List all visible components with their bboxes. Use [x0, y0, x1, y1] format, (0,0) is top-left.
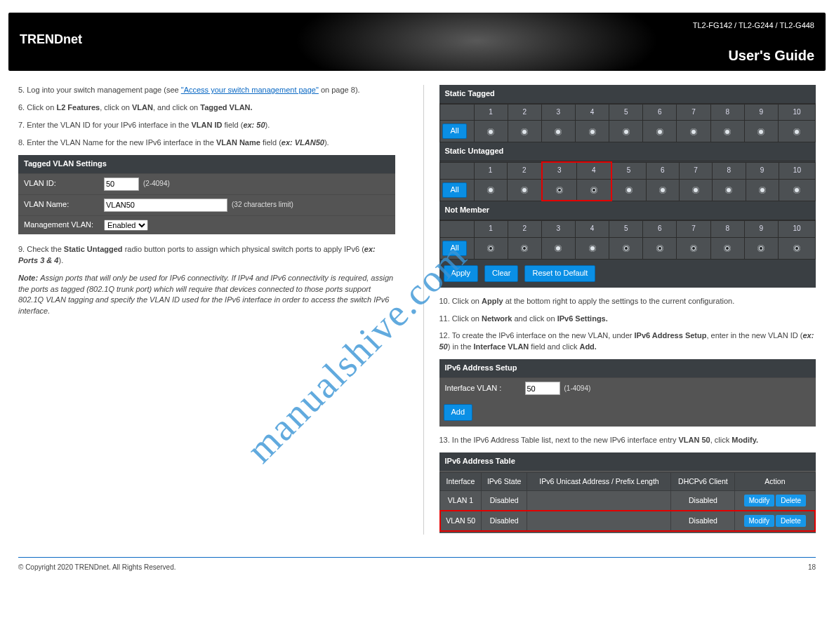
- port-radio[interactable]: [692, 187, 699, 194]
- port-header: 9: [746, 162, 779, 179]
- port-radio[interactable]: [757, 128, 764, 135]
- all-button[interactable]: All: [442, 182, 466, 198]
- ipv6-table-title: IPv6 Address Table: [439, 452, 816, 471]
- vlan-id-input[interactable]: [104, 177, 139, 191]
- guide-title: User's Guide: [728, 48, 814, 64]
- port-header: 7: [677, 104, 710, 121]
- vlan-name-label: VLAN Name:: [24, 199, 100, 210]
- table-cell: VLAN 1: [440, 491, 482, 511]
- port-radio[interactable]: [487, 245, 494, 252]
- port-header: 8: [713, 162, 746, 179]
- port-header: 7: [679, 162, 712, 179]
- all-button[interactable]: All: [442, 123, 466, 139]
- port-header: 3: [542, 162, 576, 179]
- table-cell: Disabled: [481, 491, 527, 511]
- port-radio[interactable]: [793, 245, 800, 252]
- vlan-name-hint: (32 characters limit): [232, 200, 293, 210]
- port-header: 8: [710, 104, 744, 121]
- column-header: Action: [735, 473, 815, 491]
- port-header: 10: [778, 221, 815, 238]
- port-radio[interactable]: [759, 187, 766, 194]
- port-header: 8: [710, 221, 744, 238]
- port-radio[interactable]: [589, 245, 596, 252]
- port-radio[interactable]: [521, 128, 528, 135]
- port-radio[interactable]: [724, 128, 731, 135]
- port-header: 4: [575, 221, 609, 238]
- access-page-link[interactable]: "Access your switch management page": [181, 86, 319, 94]
- port-radio[interactable]: [487, 128, 494, 135]
- vlan-name-input[interactable]: [104, 199, 227, 212]
- static-untagged-title: Static Untagged: [439, 142, 816, 161]
- delete-button[interactable]: Delete: [776, 495, 806, 507]
- port-header: 2: [507, 162, 541, 179]
- port-radio[interactable]: [555, 128, 562, 135]
- port-radio[interactable]: [793, 187, 800, 194]
- port-radio[interactable]: [656, 245, 663, 252]
- step12: 12. To create the IPv6 interface on the …: [439, 330, 816, 353]
- all-button[interactable]: All: [442, 241, 466, 256]
- product-models: TL2-FG142 / TL2-G244 / TL2-G448: [693, 21, 814, 29]
- port-radio[interactable]: [623, 245, 630, 252]
- interface-vlan-input[interactable]: [525, 382, 560, 395]
- reset-button[interactable]: Reset to Default: [524, 265, 595, 282]
- port-radio[interactable]: [521, 187, 528, 194]
- port-radio[interactable]: [793, 128, 800, 135]
- step10: 10. Click on Apply at the bottom right t…: [439, 296, 816, 307]
- column-header: IPv6 State: [481, 473, 527, 491]
- copyright: © Copyright 2020 TRENDnet. All Rights Re…: [18, 563, 176, 571]
- port-radio[interactable]: [757, 245, 764, 252]
- port-radio[interactable]: [623, 128, 630, 135]
- modify-button[interactable]: Modify: [744, 515, 774, 527]
- mgmt-vlan-label: Management VLAN:: [24, 220, 100, 231]
- tagged-vlan-settings-panel: Tagged VLAN Settings VLAN ID: (2-4094) V…: [18, 155, 395, 234]
- port-header: 3: [541, 221, 575, 238]
- port-radio[interactable]: [556, 187, 563, 194]
- vlan-id-hint: (2-4094): [143, 179, 170, 189]
- delete-button[interactable]: Delete: [776, 515, 806, 527]
- port-header: 9: [744, 221, 778, 238]
- port-radio[interactable]: [659, 187, 666, 194]
- port-header: 5: [611, 162, 646, 179]
- interface-vlan-label: Interface VLAN :: [445, 383, 521, 394]
- table-cell: [527, 511, 671, 531]
- port-radio[interactable]: [590, 187, 597, 194]
- table-cell: [527, 491, 671, 511]
- port-radio[interactable]: [487, 187, 494, 194]
- port-header: 10: [778, 104, 815, 121]
- port-radio[interactable]: [690, 245, 697, 252]
- port-header: 6: [643, 104, 677, 121]
- step9: 9. Check the Static Untagged radio butto…: [18, 244, 395, 267]
- step13: 13. In the IPv6 Address Table list, next…: [439, 435, 816, 446]
- column-header: Interface: [440, 473, 482, 491]
- port-radio[interactable]: [555, 245, 562, 252]
- add-button[interactable]: Add: [444, 404, 473, 421]
- static-tagged-title: Static Tagged: [439, 85, 816, 104]
- port-radio[interactable]: [656, 128, 663, 135]
- step5: 5. Log into your switch management page …: [18, 85, 395, 96]
- table-cell: Disabled: [671, 511, 735, 531]
- port-radio[interactable]: [690, 128, 697, 135]
- port-header: 5: [609, 104, 643, 121]
- port-radio[interactable]: [725, 187, 732, 194]
- apply-button[interactable]: Apply: [444, 265, 479, 282]
- mgmt-vlan-select[interactable]: Enabled: [104, 220, 148, 231]
- modify-button[interactable]: Modify: [744, 495, 774, 507]
- port-header: 5: [609, 221, 643, 238]
- port-radio[interactable]: [521, 245, 528, 252]
- port-radio[interactable]: [626, 187, 633, 194]
- port-matrix: Static Tagged 12345678910All Static Unta…: [439, 85, 816, 288]
- step8: 8. Enter the VLAN Name for the new IPv6 …: [18, 137, 395, 149]
- table-cell: Disabled: [481, 511, 527, 531]
- port-radio[interactable]: [589, 128, 596, 135]
- port-header: 2: [508, 104, 541, 121]
- page-number: 18: [808, 563, 816, 571]
- port-header: 4: [576, 162, 611, 179]
- ipv6-setup-title: IPv6 Address Setup: [439, 359, 816, 377]
- port-header: 4: [575, 104, 609, 121]
- port-header: 6: [643, 221, 677, 238]
- step11: 11. Click on Network and click on IPv6 S…: [439, 314, 816, 325]
- clear-button[interactable]: Clear: [484, 265, 518, 282]
- port-radio[interactable]: [724, 245, 731, 252]
- port-header: 10: [779, 162, 815, 179]
- page-footer: © Copyright 2020 TRENDnet. All Rights Re…: [18, 557, 816, 571]
